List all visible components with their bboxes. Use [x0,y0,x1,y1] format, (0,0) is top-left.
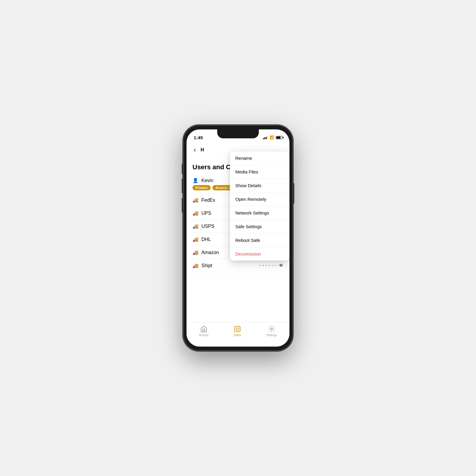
user-icon: 👤 [192,178,198,183]
svg-point-2 [237,329,238,330]
menu-item-reboot-safe[interactable]: Reboot Safe [230,234,289,247]
tab-settings[interactable]: Settings [266,325,277,337]
header-title: H [201,147,204,153]
menu-item-rename[interactable]: Rename [230,151,289,165]
status-time: 1:45 [194,135,203,140]
carrier-name: Shipt [201,263,259,268]
menu-item-media-files[interactable]: Media Files [230,165,289,179]
tab-activity[interactable]: Activity [199,325,209,337]
volume-down-button[interactable] [182,198,183,213]
tab-bar: Activity Safes Settings [187,322,289,347]
nav-header: ‹ H Rename Media Files Show Details Open… [187,143,289,159]
signal-icon [263,136,268,139]
settings-icon [268,325,275,333]
user-name: Kevin [201,178,213,183]
menu-item-network-settings[interactable]: Network Settings [230,206,289,220]
carrier-icon: 🚚 [192,250,198,255]
battery-icon [276,136,282,139]
back-button[interactable]: ‹ [192,145,197,155]
menu-item-show-details[interactable]: Show Details [230,179,289,192]
menu-item-open-remotely[interactable]: Open Remotely [230,192,289,206]
menu-item-safe-settings[interactable]: Safe Settings [230,220,289,234]
volume-up-button[interactable] [182,178,183,193]
carrier-icon: 🚚 [192,237,198,242]
carrier-icon: 🚚 [192,263,198,268]
context-menu: Rename Media Files Show Details Open Rem… [230,151,289,261]
status-icons: 📶 [263,135,283,140]
phone-frame: 1:45 📶 ‹ H Rename Media Fil [183,125,293,351]
eye-icon[interactable]: 👁 [279,263,284,268]
list-item-shipt[interactable]: 🚚 Shipt • • • • • • 👁 [187,259,289,272]
dots-icon: • • • • • • [259,264,276,267]
phone-screen: 1:45 📶 ‹ H Rename Media Fil [187,129,289,347]
tab-safes-label: Safes [234,333,241,337]
tab-safes[interactable]: Safes [234,325,241,337]
menu-item-decomission[interactable]: Decomission [230,247,289,261]
carrier-icon: 🚚 [192,210,198,216]
svg-point-3 [271,328,273,330]
activity-icon [200,325,207,333]
carrier-icon: 🚚 [192,223,198,229]
item-actions: • • • • • • 👁 [259,263,284,268]
power-button[interactable] [293,183,294,204]
safes-icon [234,325,241,333]
badge-primary: Primary [192,185,211,190]
notch [217,129,259,138]
carrier-icon: 🚚 [192,197,198,203]
wifi-icon: 📶 [270,135,274,140]
tab-activity-label: Activity [199,333,209,337]
tab-settings-label: Settings [266,333,277,337]
